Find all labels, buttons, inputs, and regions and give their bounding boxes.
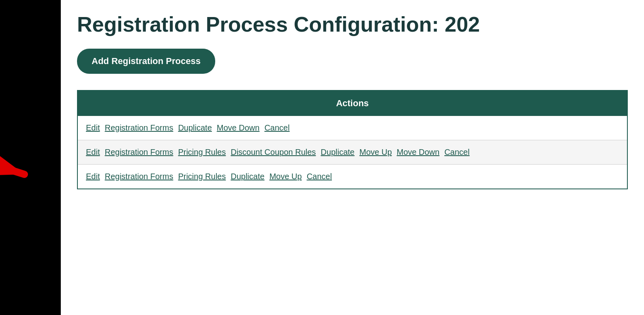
action-link-edit-row2[interactable]: Edit	[86, 148, 100, 157]
table-row: EditRegistration FormsPricing RulesDupli…	[78, 165, 627, 189]
main-content: Registration Process Configuration: 202 …	[61, 0, 644, 201]
action-link-duplicate-row1[interactable]: Duplicate	[178, 123, 212, 133]
action-link-move-down-row1[interactable]: Move Down	[217, 123, 260, 133]
action-link-move-up-row2[interactable]: Move Up	[359, 148, 392, 157]
action-link-reg-forms-row2[interactable]: Registration Forms	[105, 148, 173, 157]
action-link-pricing-rules-row2[interactable]: Pricing Rules	[178, 148, 226, 157]
action-link-edit-row1[interactable]: Edit	[86, 123, 100, 133]
add-registration-process-button[interactable]: Add Registration Process	[77, 49, 215, 74]
table-header: Actions	[78, 91, 627, 116]
action-link-duplicate-row3[interactable]: Duplicate	[231, 172, 264, 181]
table-row: EditRegistration FormsDuplicateMove Down…	[78, 116, 627, 140]
action-link-move-down-row2[interactable]: Move Down	[397, 148, 440, 157]
action-link-pricing-rules-row3[interactable]: Pricing Rules	[178, 172, 226, 181]
action-link-duplicate-row2[interactable]: Duplicate	[321, 148, 354, 157]
action-link-move-up-row3[interactable]: Move Up	[270, 172, 302, 181]
action-link-cancel-row3[interactable]: Cancel	[307, 172, 332, 181]
table-body: EditRegistration FormsDuplicateMove Down…	[78, 116, 627, 189]
action-link-reg-forms-row1[interactable]: Registration Forms	[105, 123, 173, 133]
page-title: Registration Process Configuration: 202	[77, 12, 628, 36]
actions-table: Actions EditRegistration FormsDuplicateM…	[77, 90, 628, 189]
action-link-cancel-row1[interactable]: Cancel	[264, 123, 289, 133]
left-panel	[0, 0, 61, 315]
table-row: EditRegistration FormsPricing RulesDisco…	[78, 140, 627, 165]
action-link-reg-forms-row3[interactable]: Registration Forms	[105, 172, 173, 181]
action-link-cancel-row2[interactable]: Cancel	[444, 148, 469, 157]
action-link-edit-row3[interactable]: Edit	[86, 172, 100, 181]
action-link-discount-coupon-rules-row2[interactable]: Discount Coupon Rules	[231, 148, 316, 157]
